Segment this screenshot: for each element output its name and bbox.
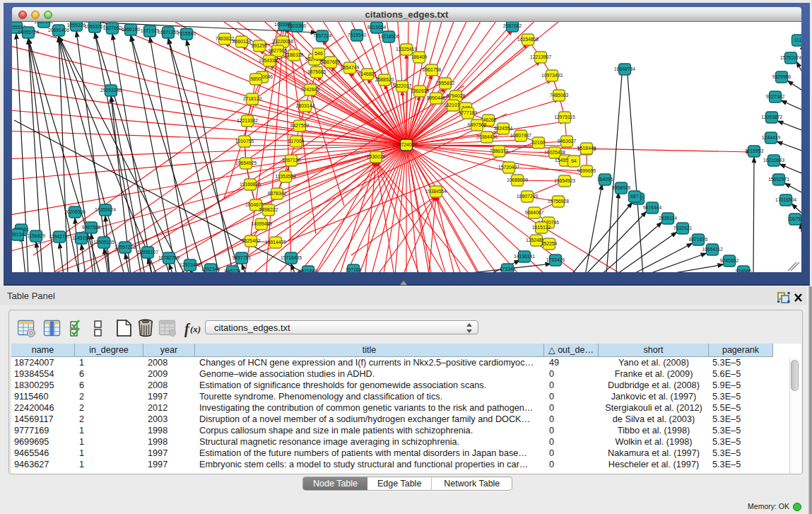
svg-text:1010755: 1010755: [235, 139, 254, 144]
svg-text:2667608: 2667608: [322, 59, 341, 64]
svg-text:3875685: 3875685: [307, 69, 326, 74]
svg-text:20691406: 20691406: [48, 28, 69, 33]
svg-text:9146821: 9146821: [358, 71, 377, 76]
svg-text:1055326: 1055326: [67, 23, 86, 28]
svg-text:9245652: 9245652: [720, 258, 739, 263]
svg-text:19218506: 19218506: [378, 34, 399, 39]
svg-text:1156829: 1156829: [27, 233, 45, 238]
svg-text:10973493: 10973493: [541, 73, 563, 78]
svg-text:687: 687: [630, 194, 639, 199]
svg-text:29053346: 29053346: [100, 88, 122, 93]
svg-text:1362615: 1362615: [411, 88, 430, 93]
svg-text:10553267: 10553267: [84, 24, 105, 29]
svg-text:9474444: 9474444: [643, 205, 662, 210]
svg-text:10958107: 10958107: [137, 250, 158, 255]
svg-text:1292344: 1292344: [201, 267, 220, 271]
svg-text:9777169: 9777169: [459, 110, 478, 115]
svg-text:10807487: 10807487: [510, 133, 531, 138]
svg-text:16210643: 16210643: [763, 158, 784, 163]
svg-text:39154: 39154: [12, 232, 25, 237]
svg-text:6466160: 6466160: [122, 27, 141, 32]
svg-text:12213382: 12213382: [237, 118, 258, 123]
svg-text:8878342: 8878342: [268, 191, 287, 196]
svg-text:173342: 173342: [500, 267, 516, 271]
svg-text:16648784: 16648784: [614, 66, 635, 71]
svg-text:9684067: 9684067: [525, 210, 544, 215]
svg-text:186409: 186409: [411, 54, 428, 59]
svg-text:(x): (x): [190, 324, 201, 334]
svg-text:2588520: 2588520: [375, 77, 394, 82]
svg-text:19166825: 19166825: [240, 182, 261, 187]
svg-text:6794028: 6794028: [447, 93, 466, 98]
svg-text:2935114: 2935114: [659, 216, 677, 221]
svg-text:5498222: 5498222: [259, 207, 278, 212]
svg-text:12213967: 12213967: [530, 54, 551, 59]
svg-text:3215953: 3215953: [745, 148, 764, 153]
svg-text:13325419: 13325419: [396, 47, 417, 52]
svg-text:12923448: 12923448: [180, 262, 201, 267]
svg-text:1733426: 1733426: [546, 257, 565, 262]
svg-text:5822037: 5822037: [393, 83, 412, 88]
svg-text:111: 111: [794, 37, 801, 42]
svg-text:6961758: 6961758: [423, 67, 442, 72]
svg-text:3267130: 3267130: [282, 158, 301, 163]
svg-text:17359924: 17359924: [95, 207, 116, 212]
svg-text:16671355: 16671355: [158, 30, 179, 35]
svg-text:17016504: 17016504: [775, 197, 796, 202]
svg-text:19756928: 19756928: [548, 199, 569, 204]
svg-text:20206536: 20206536: [64, 209, 86, 214]
svg-text:7515540: 7515540: [348, 33, 367, 37]
svg-text:10543382: 10543382: [259, 58, 280, 63]
svg-text:7632621: 7632621: [673, 226, 693, 230]
svg-text:15751074: 15751074: [780, 55, 801, 60]
svg-text:2530029: 2530029: [367, 154, 386, 159]
svg-text:64: 64: [571, 158, 577, 163]
svg-text:1145194: 1145194: [72, 235, 90, 240]
svg-text:9997586: 9997586: [82, 225, 101, 230]
svg-text:16782759: 16782759: [158, 255, 180, 260]
svg-text:19654923: 19654923: [554, 178, 575, 183]
svg-text:8958928: 8958928: [612, 185, 631, 190]
svg-text:546: 546: [314, 51, 323, 56]
svg-text:8427552: 8427552: [290, 123, 310, 128]
svg-text:1571648: 1571648: [299, 269, 318, 272]
svg-text:2718120: 2718120: [243, 96, 262, 101]
svg-text:9457791: 9457791: [233, 255, 252, 260]
svg-text:1244419: 1244419: [762, 135, 781, 140]
svg-text:164095: 164095: [597, 177, 613, 182]
svg-text:8813054: 8813054: [367, 25, 387, 30]
svg-text:18807249: 18807249: [517, 194, 538, 199]
svg-text:1603380: 1603380: [288, 23, 307, 28]
svg-text:19384554: 19384554: [425, 189, 447, 194]
svg-text:10025438: 10025438: [544, 150, 565, 155]
svg-text:9699695: 9699695: [577, 168, 596, 173]
svg-text:17957223: 17957223: [114, 245, 136, 250]
svg-text:20364436: 20364436: [476, 134, 498, 139]
svg-text:12942737: 12942737: [49, 234, 70, 239]
svg-text:14099489: 14099489: [251, 221, 272, 226]
svg-text:7625402: 7625402: [242, 238, 261, 243]
svg-text:7515540: 7515540: [177, 31, 196, 36]
svg-text:1615132: 1615132: [532, 225, 551, 230]
svg-text:1527602: 1527602: [103, 25, 122, 30]
svg-text:10654112: 10654112: [702, 247, 723, 252]
svg-text:12975115: 12975115: [554, 115, 575, 119]
svg-text:7857224: 7857224: [313, 33, 332, 38]
svg-text:8471676: 8471676: [689, 237, 708, 242]
svg-text:15716485: 15716485: [281, 255, 302, 260]
svg-text:9463627: 9463627: [558, 139, 577, 144]
svg-text:7463822: 7463822: [216, 36, 235, 41]
svg-text:62160: 62160: [532, 140, 546, 145]
svg-text:10688609: 10688609: [507, 177, 528, 182]
svg-text:317004: 317004: [288, 139, 305, 144]
svg-text:9518440: 9518440: [577, 146, 596, 151]
svg-text:945779: 945779: [225, 269, 241, 272]
svg-text:1071915: 1071915: [141, 28, 160, 33]
svg-text:9329966: 9329966: [772, 74, 792, 79]
svg-text:157164: 157164: [346, 267, 362, 272]
svg-text:8186328: 8186328: [285, 52, 304, 57]
svg-text:6497568: 6497568: [468, 122, 487, 127]
svg-text:7485063: 7485063: [550, 93, 569, 98]
svg-text:8990448: 8990448: [427, 95, 446, 100]
svg-text:891295: 891295: [252, 43, 268, 48]
